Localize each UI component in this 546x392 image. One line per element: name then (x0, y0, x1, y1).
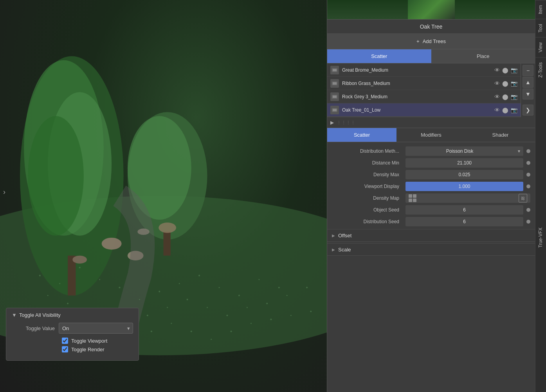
toggle-panel-collapse-arrow[interactable]: ▼ (12, 312, 17, 318)
tab-place[interactable]: Place (431, 49, 535, 63)
svg-point-40 (287, 295, 288, 296)
toggle-value-select[interactable]: On Off (59, 323, 133, 334)
scale-expand-arrow: ▶ (332, 247, 335, 252)
svg-point-18 (99, 279, 100, 280)
dot-icon[interactable]: ⬤ (502, 80, 508, 87)
svg-point-27 (278, 287, 280, 288)
toggle-render-checkbox[interactable] (62, 346, 68, 352)
svg-point-37 (226, 314, 228, 316)
plant-name: Great Brome_Medium (342, 67, 491, 73)
svg-point-22 (179, 283, 180, 284)
left-arrow-indicator[interactable]: › (3, 188, 5, 196)
svg-point-48 (171, 323, 172, 324)
camera-icon[interactable]: 📷 (511, 107, 517, 113)
tab-modifiers[interactable]: Modifiers (396, 128, 466, 142)
list-action-buttons: − ▲ ▼ ❯ (521, 63, 535, 117)
sms-tabs: Scatter Modifiers Shader (327, 128, 535, 142)
visibility-icon[interactable]: 👁 (494, 67, 500, 73)
plant-controls: 👁 ⬤ 📷 (494, 107, 517, 113)
list-item[interactable]: Rock Grey 3_Medium 👁 ⬤ 📷 (327, 90, 521, 103)
camera-icon[interactable]: 📷 (511, 94, 517, 100)
visibility-icon[interactable]: 👁 (494, 107, 500, 113)
expand-button[interactable]: ❯ (523, 105, 533, 116)
dot-icon[interactable]: ⬤ (502, 107, 508, 113)
dot-icon[interactable]: ⬤ (502, 67, 508, 73)
move-down-button[interactable]: ▼ (523, 89, 533, 99)
play-button[interactable]: ▶ (330, 120, 334, 125)
svg-point-41 (306, 287, 308, 288)
svg-point-2 (20, 56, 124, 296)
remove-item-button[interactable]: − (523, 65, 533, 76)
svg-rect-59 (333, 82, 337, 85)
svg-point-54 (290, 315, 292, 316)
svg-point-47 (151, 331, 152, 332)
visibility-icon[interactable]: 👁 (494, 80, 500, 87)
scatter-place-tabs: Scatter Place (327, 49, 535, 63)
plant-controls: 👁 ⬤ 📷 (494, 67, 517, 73)
svg-point-49 (191, 331, 192, 332)
viewport-display-value[interactable]: 1.000 (405, 182, 523, 191)
svg-point-14 (137, 228, 150, 235)
svg-point-28 (47, 295, 49, 296)
list-item[interactable]: Ribbon Grass_Medium 👁 ⬤ 📷 (327, 77, 521, 90)
plant-list-wrapper: Great Brome_Medium 👁 ⬤ 📷 Ribbon Grass_Me… (327, 63, 535, 117)
svg-point-26 (258, 279, 259, 280)
toggle-value-select-wrapper[interactable]: On Off (59, 323, 133, 334)
svg-point-19 (119, 287, 120, 288)
link-icon[interactable]: ⛓ (519, 194, 527, 202)
svg-point-29 (67, 303, 68, 304)
side-tab-true-vfx[interactable]: True-VFX (535, 83, 546, 392)
scale-label: Scale (338, 247, 351, 253)
plant-controls: 👁 ⬤ 📷 (494, 94, 517, 100)
distance-min-value[interactable]: 21.100 (405, 158, 523, 168)
visibility-icon[interactable]: 👁 (494, 94, 500, 100)
svg-point-53 (270, 319, 272, 320)
object-seed-value[interactable]: 6 (405, 205, 523, 215)
density-map-label: Density Map (332, 195, 402, 201)
svg-point-23 (198, 275, 200, 276)
side-tab-tool[interactable]: Tool (535, 19, 546, 37)
distribution-seed-value[interactable]: 6 (405, 217, 523, 226)
add-trees-button[interactable]: + Add Trees (327, 34, 535, 49)
prop-dot (526, 208, 530, 212)
prop-dot (526, 184, 530, 188)
camera-icon[interactable]: 📷 (511, 80, 517, 87)
side-tab-z-tools[interactable]: Z-Tools (535, 57, 546, 82)
toggle-viewport-checkbox[interactable] (62, 338, 68, 344)
move-up-button[interactable]: ▲ (523, 77, 533, 88)
tab-shader[interactable]: Shader (466, 128, 535, 142)
density-max-value[interactable]: 0.025 (405, 170, 523, 179)
distribution-seed-row: Distribution Seed 6 (327, 216, 535, 228)
svg-point-7 (128, 112, 207, 240)
scale-section[interactable]: ▶ Scale (327, 243, 535, 256)
plant-controls: 👁 ⬤ 📷 (494, 80, 517, 87)
side-tab-view[interactable]: View (535, 37, 546, 57)
svg-point-3 (24, 60, 104, 236)
side-tabs: Item Tool View Z-Tools True-VFX (535, 0, 546, 392)
camera-icon[interactable]: 📷 (511, 67, 517, 73)
list-item[interactable]: Great Brome_Medium 👁 ⬤ 📷 (327, 63, 521, 77)
dot-icon[interactable]: ⬤ (502, 94, 508, 100)
asset-preview-image (408, 0, 455, 20)
tab-scatter[interactable]: Scatter (327, 49, 431, 63)
tab-scatter-props[interactable]: Scatter (327, 128, 396, 142)
density-map-value[interactable]: ⛓ (405, 193, 530, 203)
density-max-row: Density Max 0.025 (327, 169, 535, 181)
asset-preview-area (327, 0, 535, 20)
offset-expand-arrow: ▶ (332, 233, 335, 238)
toggle-render-label[interactable]: Toggle Render (71, 347, 105, 352)
distribution-method-value[interactable]: Poisson Disk ▾ (405, 146, 523, 156)
list-item[interactable]: Oak Tree_01_Low 👁 ⬤ 📷 (327, 103, 521, 117)
distance-min-label: Distance Min (332, 160, 402, 166)
svg-point-20 (139, 299, 140, 300)
plant-icon (330, 106, 339, 114)
add-trees-label: Add Trees (423, 38, 446, 44)
side-tab-item[interactable]: Item (535, 0, 546, 19)
offset-section[interactable]: ▶ Offset (327, 229, 535, 242)
dots-handle[interactable]: ⋮⋮⋮⋮ (337, 120, 356, 125)
distribution-seed-label: Distribution Seed (332, 219, 402, 224)
object-seed-row: Object Seed 6 (327, 204, 535, 216)
toggle-panel-title: Toggle All Visibility (19, 312, 61, 318)
toggle-viewport-label[interactable]: Toggle Viewport (71, 338, 107, 344)
toggle-value-label: Toggle Value (12, 325, 55, 331)
